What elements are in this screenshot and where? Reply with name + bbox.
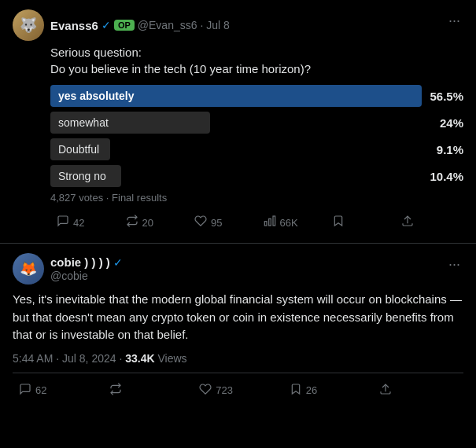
poll-option-3: Doubtful 9.1% <box>50 138 463 160</box>
poll-bar-strongno[interactable]: Strong no <box>50 165 121 187</box>
svg-rect-0 <box>273 216 275 226</box>
comment-icon <box>57 215 69 230</box>
username-row: Evanss6 ✓ OP @Evan_ss6 · Jul 8 <box>50 19 230 32</box>
display-name[interactable]: Evanss6 <box>50 19 98 32</box>
username-row: cobie ) ) ) ) ✓ <box>50 255 123 269</box>
like-button[interactable]: 95 <box>188 211 257 233</box>
poll-option-4: Strong no 10.4% <box>50 165 463 187</box>
poll-option-1: yes absolutely 56.5% <box>50 85 463 107</box>
comment-count: 42 <box>73 217 84 229</box>
tweet-2-actions: 62 723 26 <box>13 373 463 402</box>
poll: yes absolutely 56.5% somewhat 24% Doubtf… <box>50 85 463 204</box>
verified-icon: ✓ <box>113 256 123 269</box>
tweet-2: 🦊 cobie ) ) ) ) ✓ @cobie ··· Yes, it's i… <box>0 244 476 411</box>
bookmark-count: 26 <box>306 384 317 396</box>
more-options-button[interactable]: ··· <box>445 253 463 276</box>
avatar[interactable]: 🦊 <box>13 253 44 285</box>
cobie-handle[interactable]: @cobie <box>50 270 88 282</box>
poll-bar-container-2: somewhat <box>50 112 422 134</box>
poll-bar-container-1: yes absolutely <box>50 85 422 107</box>
poll-percentage-1: 56.5% <box>428 90 463 103</box>
op-badge: OP <box>114 20 135 31</box>
poll-meta: 4,827 votes · Final results <box>50 192 463 204</box>
tweet-1-text: Serious question: Do you believe in the … <box>50 44 463 77</box>
like-count: 723 <box>216 384 233 396</box>
poll-bar-winner[interactable]: yes absolutely <box>50 85 422 107</box>
comment-icon <box>19 383 31 398</box>
poll-bar-somewhat[interactable]: somewhat <box>50 112 210 134</box>
tweet-1-actions: 42 20 95 66K <box>50 211 463 233</box>
display-name[interactable]: cobie ) ) ) ) <box>50 255 110 269</box>
tweet-text-line1: Serious question: <box>50 44 463 61</box>
separator: · <box>200 19 206 31</box>
verified-icon: ✓ <box>101 19 111 31</box>
bookmark-icon <box>332 215 345 230</box>
share-button[interactable] <box>395 211 464 233</box>
poll-bar-container-3: Doubtful <box>50 138 422 160</box>
views-count: 33.4K <box>125 352 154 365</box>
views-icon <box>264 215 276 230</box>
handle[interactable]: @Evan_ss6 <box>138 19 197 31</box>
poll-bar-container-4: Strong no <box>50 165 422 187</box>
poll-percentage-4: 10.4% <box>428 170 463 183</box>
tweet-1-content: Serious question: Do you believe in the … <box>50 44 463 233</box>
date: Jul 8 <box>206 19 230 31</box>
handle: @cobie <box>50 269 123 282</box>
bookmark-icon <box>290 383 302 398</box>
views-count: 66K <box>280 217 298 229</box>
retweet-count: 20 <box>142 217 153 229</box>
views-button[interactable]: 66K <box>257 211 327 233</box>
svg-rect-1 <box>268 218 271 226</box>
retweet-button[interactable]: 20 <box>120 211 189 233</box>
poll-option-2: somewhat 24% <box>50 112 463 134</box>
share-icon <box>401 215 414 230</box>
tweet-1: 🐺 Evanss6 ✓ OP @Evan_ss6 · Jul 8 ··· Ser… <box>0 0 476 244</box>
bookmark-button[interactable]: 26 <box>283 380 374 402</box>
timestamp-text: 5:44 AM · Jul 8, 2024 <box>13 352 116 365</box>
share-button[interactable] <box>373 380 463 402</box>
poll-percentage-2: 24% <box>428 116 463 130</box>
poll-percentage-3: 9.1% <box>428 143 463 156</box>
tweet-timestamp: 5:44 AM · Jul 8, 2024 · 33.4K Views <box>13 352 463 365</box>
tweet-2-header: 🦊 cobie ) ) ) ) ✓ @cobie ··· <box>13 253 463 285</box>
tweet-2-text: Yes, it's inevitable that the modern glo… <box>13 291 463 344</box>
like-icon <box>194 215 207 230</box>
tweet-text-line2: Do you believe in the tech (10 year time… <box>50 61 463 77</box>
user-info: Evanss6 ✓ OP @Evan_ss6 · Jul 8 <box>50 19 230 32</box>
comment-button[interactable]: 62 <box>13 380 103 402</box>
tweet-1-header-left: 🐺 Evanss6 ✓ OP @Evan_ss6 · Jul 8 <box>13 9 230 41</box>
bookmark-button[interactable] <box>326 211 395 233</box>
svg-rect-2 <box>264 222 267 226</box>
avatar[interactable]: 🐺 <box>13 9 44 41</box>
like-count: 95 <box>211 217 222 229</box>
user-info: cobie ) ) ) ) ✓ @cobie <box>50 255 123 282</box>
comment-count: 62 <box>35 384 46 396</box>
poll-bar-doubtful[interactable]: Doubtful <box>50 138 110 160</box>
retweet-icon <box>109 383 122 398</box>
handle-date: @Evan_ss6 · Jul 8 <box>138 19 230 31</box>
retweet-icon <box>126 215 138 230</box>
more-options-button[interactable]: ··· <box>445 9 463 32</box>
share-icon <box>379 383 392 398</box>
tweet-1-header: 🐺 Evanss6 ✓ OP @Evan_ss6 · Jul 8 ··· <box>13 9 463 41</box>
retweet-button[interactable] <box>103 380 194 402</box>
tweet-2-header-left: 🦊 cobie ) ) ) ) ✓ @cobie <box>13 253 123 285</box>
like-icon <box>199 383 212 398</box>
like-button[interactable]: 723 <box>193 380 283 402</box>
views-label: Views <box>157 352 186 365</box>
comment-button[interactable]: 42 <box>50 211 120 233</box>
